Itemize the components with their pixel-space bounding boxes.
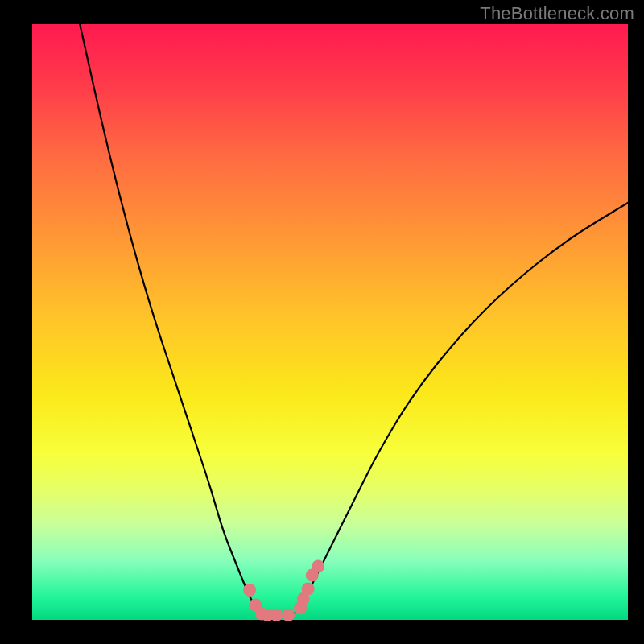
valley-marker [302,583,315,596]
chart-stage: TheBottleneck.com [0,0,644,644]
valley-marker [270,609,283,621]
curve-right [295,203,628,614]
plot-area [32,24,628,620]
valley-marker [312,559,324,572]
curve-layer [32,24,628,620]
valley-markers [243,559,324,621]
valley-marker [243,584,256,597]
valley-marker [282,609,295,621]
watermark-text: TheBottleneck.com [480,3,634,24]
curve-left [80,24,258,614]
